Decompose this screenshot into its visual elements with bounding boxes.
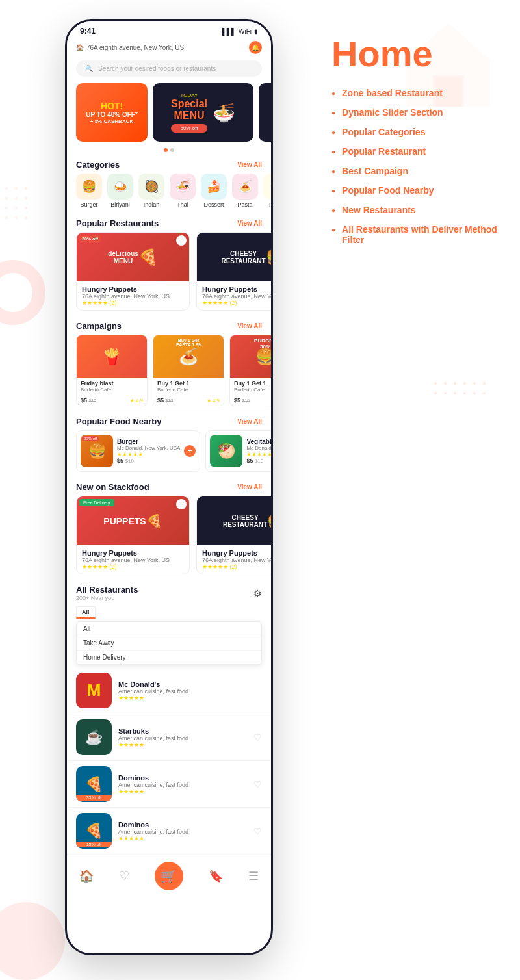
add-food-btn-1[interactable]: + [184, 445, 196, 457]
rest-banner-text-1: deLiciousMENU [108, 250, 138, 264]
filter-tab-all[interactable]: All [76, 606, 96, 619]
rest-food-img-1: 🍕 [138, 248, 158, 266]
categories-title: Categories [76, 160, 120, 170]
dropdown-item-takeaway[interactable]: Take Away [77, 636, 261, 651]
category-indian[interactable]: 🥘 Indian [138, 174, 164, 208]
list-item[interactable]: 🍕 15% off Dominos American cuisine, fast… [67, 808, 271, 855]
nav-menu[interactable]: ☰ [248, 869, 259, 883]
nav-favorites[interactable]: ♡ [119, 869, 129, 883]
camp-info-1: Friday blast Burferio Cafe [77, 378, 147, 395]
svg-point-14 [444, 382, 447, 385]
camp-footer-1: $5 $10 ★ 4.9 [77, 395, 147, 406]
camp-info-2: Buy 1 Get 1 Burferio Cafe [153, 378, 224, 395]
rest-banner-dark: CHEESYRESTAURANT 🍔 4.0★ [197, 233, 271, 281]
svg-point-12 [25, 216, 27, 219]
campaigns-scroll: 🍟 SPECIALOFFER 50% Friday blast Burferio… [67, 335, 271, 411]
category-pizza[interactable]: 🍕 Pizza [263, 174, 271, 208]
list-item[interactable]: 🍕 33% off Dominos American cuisine, fast… [67, 761, 271, 808]
food-card-2[interactable]: 🥙 Vegitable Roll Mc Donald, New York, US… [205, 430, 271, 472]
list-item[interactable]: M Mc Donald's American cuisine, fast foo… [67, 667, 271, 714]
category-pasta[interactable]: 🍝 Pasta [232, 174, 258, 208]
filter-dropdown: All Take Away Home Delivery [76, 621, 262, 665]
notification-icon[interactable]: 🔔 [249, 41, 262, 54]
campaign-card-2[interactable]: 🍝 Buy 1 GetPASTA 1.99 Buy 1 Get 1 Burfer… [153, 335, 224, 406]
rest-addr-1: 76A eighth avenue, New York, US [82, 293, 184, 300]
dropdown-item-all[interactable]: All [77, 622, 261, 636]
all-rest-subtitle: 200+ Near you [76, 595, 138, 601]
thai-icon: 🍜 [170, 174, 196, 200]
burger-icon: 🍔 [76, 174, 102, 200]
dominos-heart-1[interactable]: ♡ [254, 779, 262, 790]
starbucks-heart[interactable]: ♡ [254, 732, 262, 743]
search-bar[interactable]: 🔍 Search your desired foods or restauran… [76, 60, 262, 77]
category-biriyani[interactable]: 🍛 Biriyani [107, 174, 133, 208]
restaurant-card-1[interactable]: 20% off ♡ deLiciousMENU 🍕 Hungry Puppets… [76, 232, 190, 311]
banner-dots [67, 146, 271, 155]
food-card-1[interactable]: 🍔 20% off Burger Mc Donald, New York, US… [76, 430, 200, 472]
dominos-name-1: Dominos [118, 774, 247, 782]
dominos-name-2: Dominos [118, 821, 247, 829]
bottom-nav: 🏠 ♡ 🛒 🔖 ☰ [67, 855, 271, 900]
popular-rest-view-all[interactable]: View All [237, 220, 262, 227]
mcdonalds-icon: M [87, 680, 101, 701]
svg-point-4 [5, 197, 8, 200]
dominos-heart-2[interactable]: ♡ [254, 826, 262, 836]
dropdown-item-delivery[interactable]: Home Delivery [77, 651, 261, 664]
nav-bookmarks[interactable]: 🔖 [209, 869, 223, 883]
banner-cashback: + 5% CASHBACK [90, 118, 133, 124]
bg-dots-left [0, 182, 52, 234]
new-rest-img-2: 🍔 [267, 513, 271, 529]
campaigns-view-all[interactable]: View All [237, 322, 262, 329]
bg-decoration-circle-left [0, 260, 46, 325]
categories-view-all[interactable]: View All [237, 161, 262, 168]
rest-name-1: Hungry Puppets [82, 285, 184, 293]
category-burger[interactable]: 🍔 Burger [76, 174, 102, 208]
food-details-1: Burger Mc Donald, New York, USA ★★★★★ $5… [117, 438, 180, 464]
new-rest-info-2: Hungry Puppets 76A eighth avenue, New Yo… [197, 545, 271, 574]
svg-point-20 [444, 392, 447, 394]
dominos-stars-1: ★★★★★ [118, 788, 247, 795]
popular-food-view-all[interactable]: View All [237, 418, 262, 425]
banner-special[interactable]: TODAY SpecialMENU 50% off 🍜 [153, 83, 254, 142]
starbucks-name: Starbuks [118, 727, 247, 735]
category-dessert[interactable]: 🍰 Dessert [201, 174, 227, 208]
new-rest-view-all[interactable]: View All [237, 484, 262, 491]
dominos-type-2: American cuisine, fast food [118, 829, 247, 835]
new-rest-card-2[interactable]: CHEESYRESTAURANT 🍔 4.0★ Hungry Puppets 7… [196, 496, 271, 574]
all-rest-filter-icon[interactable]: ⚙ [254, 588, 262, 599]
banner-best[interactable]: Today's Best 50% OFF 🍕 [259, 83, 271, 142]
camp-sub-3: Burferio Cafe [234, 387, 271, 393]
home-title: Home [332, 32, 500, 75]
campaigns-header: Campaigns View All [67, 316, 271, 335]
feature-all-restaurants: All Restaurants with Deliver Method Filt… [332, 224, 500, 245]
new-restaurants-scroll: Free Delivery ♡ PUPPETS 🍕 Hungry Puppets… [67, 496, 271, 580]
starbucks-logo: ☕ [76, 719, 112, 755]
svg-point-18 [483, 382, 486, 385]
category-thai[interactable]: 🍜 Thai [170, 174, 196, 208]
campaign-card-1[interactable]: 🍟 SPECIALOFFER 50% Friday blast Burferio… [76, 335, 148, 406]
list-item[interactable]: ☕ Starbuks American cuisine, fast food ★… [67, 714, 271, 761]
camp-price-1: $5 $10 [81, 397, 96, 404]
svg-point-8 [15, 207, 18, 209]
nav-home[interactable]: 🏠 [79, 869, 94, 883]
location-bar: 🏠 76A eighth avenue, New York, US 🔔 [67, 38, 271, 57]
camp-name-1: Friday blast [81, 380, 143, 387]
svg-point-19 [434, 392, 437, 394]
new-rest-card-1[interactable]: Free Delivery ♡ PUPPETS 🍕 Hungry Puppets… [76, 496, 190, 574]
rest-stars-2: ★★★★★ (2) [202, 300, 271, 306]
popular-food-header: Popular Food Nearby View All [67, 411, 271, 430]
starbucks-icon: ☕ [85, 729, 103, 746]
nav-cart[interactable]: 🛒 [155, 862, 183, 890]
home-icon: 🏠 [76, 44, 84, 51]
dominos-info-2: Dominos American cuisine, fast food ★★★★… [118, 821, 247, 842]
camp-footer-2: $5 $10 ★ 4.9 [153, 395, 224, 406]
banner-today: TODAY [171, 92, 207, 98]
banner-hot[interactable]: HOT! UP TO 40% OFF* + 5% CASHBACK [76, 83, 148, 142]
camp-name-3: Buy 1 Get 1 [234, 380, 271, 387]
dot-1 [164, 148, 168, 152]
campaign-card-3[interactable]: 🍔 BURGER50% Buy 1 Get 1 Burferio Cafe $5… [229, 335, 271, 406]
camp-rating-2: ★ 4.9 [207, 398, 220, 404]
svg-point-21 [454, 392, 456, 394]
restaurant-card-2[interactable]: CHEESYRESTAURANT 🍔 4.0★ Hungry Puppets 7… [196, 232, 271, 311]
mcdonalds-logo: M [76, 673, 112, 708]
